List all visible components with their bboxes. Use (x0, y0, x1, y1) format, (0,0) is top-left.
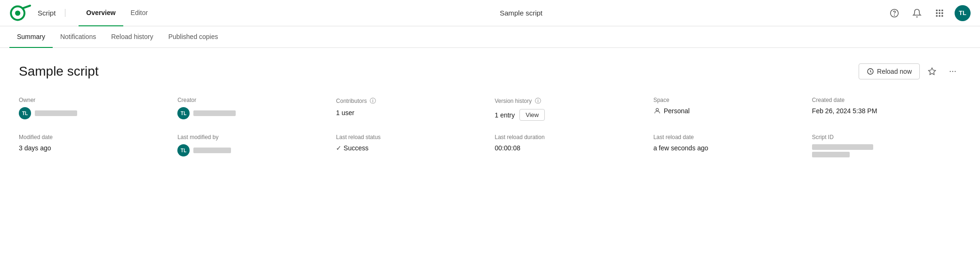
nav-links: Overview Editor (79, 0, 155, 26)
person-icon (653, 107, 661, 115)
tab-summary[interactable]: Summary (9, 26, 53, 48)
grid-icon-button[interactable] (932, 6, 947, 21)
star-icon (928, 67, 936, 76)
last-reload-date-label: Last reload date (653, 134, 803, 140)
last-modified-by-field: Last modified by TL (177, 134, 327, 157)
svg-rect-12 (939, 15, 940, 16)
modified-date-field: Modified date 3 days ago (19, 134, 168, 157)
svg-rect-10 (941, 12, 943, 14)
creator-label: Creator (177, 97, 327, 103)
svg-line-2 (23, 6, 30, 8)
modified-date-value: 3 days ago (19, 144, 168, 152)
owner-value: TL (19, 107, 168, 119)
reload-icon (867, 68, 874, 75)
last-reload-status-value: ✓ Success (336, 144, 485, 152)
svg-rect-6 (939, 9, 940, 11)
tab-bar: Summary Notifications Reload history Pub… (0, 26, 980, 48)
main-content: Sample script Reload now (0, 48, 980, 236)
version-history-value: 1 entry View (494, 109, 644, 121)
svg-rect-8 (936, 12, 938, 14)
svg-point-18 (955, 71, 956, 72)
svg-point-4 (894, 15, 895, 15)
logo-area: Script (9, 4, 65, 23)
svg-rect-13 (941, 15, 943, 16)
version-history-field: Version history ⓘ 1 entry View (494, 97, 644, 121)
nav-overview[interactable]: Overview (79, 0, 123, 26)
page-title: Sample script (155, 9, 887, 17)
script-title: Sample script (19, 64, 99, 79)
owner-avatar: TL (19, 107, 31, 119)
contributors-info-icon[interactable]: ⓘ (370, 97, 376, 104)
created-date-value: Feb 26, 2024 5:38 PM (812, 107, 961, 115)
script-id-field: Script ID (812, 134, 961, 157)
last-reload-duration-value: 00:00:08 (494, 144, 644, 152)
svg-rect-5 (936, 9, 938, 11)
modified-date-label: Modified date (19, 134, 168, 140)
svg-marker-15 (929, 68, 936, 75)
script-id-redacted-1 (812, 144, 873, 150)
creator-avatar: TL (177, 107, 190, 119)
svg-rect-9 (939, 12, 940, 14)
last-modified-by-value: TL (177, 144, 327, 156)
space-label: Space (653, 97, 803, 103)
contributors-label: Contributors ⓘ (336, 97, 485, 105)
svg-point-17 (952, 71, 953, 72)
header-actions: Reload now (859, 63, 961, 80)
more-options-button[interactable] (944, 63, 961, 80)
view-version-history-button[interactable]: View (519, 109, 545, 121)
last-modified-by-name-redacted (193, 148, 231, 153)
created-date-field: Created date Feb 26, 2024 5:38 PM (812, 97, 961, 121)
svg-point-16 (950, 71, 951, 72)
space-field: Space Personal (653, 97, 803, 121)
last-modified-by-label: Last modified by (177, 134, 327, 140)
metadata-grid: Owner TL Creator TL Contributors ⓘ 1 use… (19, 97, 961, 157)
more-options-icon (948, 67, 957, 76)
reload-now-button[interactable]: Reload now (859, 63, 920, 79)
owner-field: Owner TL (19, 97, 168, 121)
svg-point-19 (656, 109, 658, 111)
version-history-label: Version history ⓘ (494, 97, 644, 105)
contributors-field: Contributors ⓘ 1 user (336, 97, 485, 121)
nav-actions: TL (887, 5, 971, 21)
last-reload-date-value: a few seconds ago (653, 144, 803, 152)
app-title: Script (38, 9, 65, 17)
tab-reload-history[interactable]: Reload history (104, 26, 161, 48)
nav-editor[interactable]: Editor (123, 0, 156, 26)
bell-icon-button[interactable] (909, 6, 924, 21)
creator-name-redacted (193, 110, 236, 116)
svg-rect-7 (941, 9, 943, 11)
last-modified-by-avatar: TL (177, 144, 190, 156)
space-value: Personal (653, 107, 803, 115)
top-navigation: Script Overview Editor Sample script (0, 0, 980, 26)
content-header: Sample script Reload now (19, 63, 961, 80)
script-id-value (812, 144, 961, 157)
creator-value: TL (177, 107, 327, 119)
owner-name-redacted (35, 110, 77, 116)
owner-label: Owner (19, 97, 168, 103)
svg-point-1 (15, 10, 20, 16)
created-date-label: Created date (812, 97, 961, 103)
qlik-logo (9, 4, 32, 23)
help-icon-button[interactable] (887, 6, 902, 21)
script-id-redacted-2 (812, 152, 850, 157)
user-avatar[interactable]: TL (955, 5, 971, 21)
star-button[interactable] (924, 63, 940, 80)
svg-rect-11 (936, 15, 938, 16)
version-history-info-icon[interactable]: ⓘ (535, 97, 541, 104)
tab-published-copies[interactable]: Published copies (161, 26, 226, 48)
last-reload-status-label: Last reload status (336, 134, 485, 140)
last-reload-duration-label: Last reload duration (494, 134, 644, 140)
contributors-value: 1 user (336, 109, 485, 117)
last-reload-date-field: Last reload date a few seconds ago (653, 134, 803, 157)
tab-notifications[interactable]: Notifications (53, 26, 104, 48)
last-reload-status-field: Last reload status ✓ Success (336, 134, 485, 157)
creator-field: Creator TL (177, 97, 327, 121)
checkmark-icon: ✓ (336, 144, 342, 152)
script-id-label: Script ID (812, 134, 961, 140)
last-reload-duration-field: Last reload duration 00:00:08 (494, 134, 644, 157)
